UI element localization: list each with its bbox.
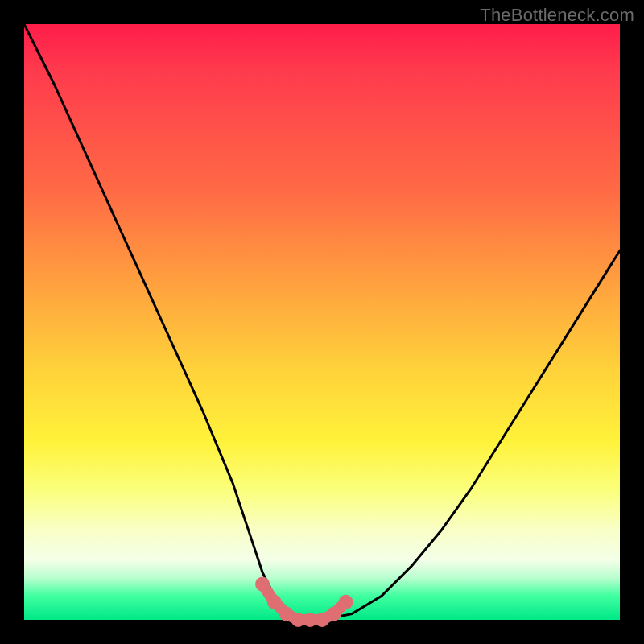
bottleneck-curve: [24, 24, 620, 620]
marker-dot: [339, 595, 353, 609]
watermark-text: TheBottleneck.com: [480, 5, 634, 26]
chart-frame: TheBottleneck.com: [0, 0, 644, 644]
marker-dot: [327, 607, 341, 621]
curve-svg: [24, 24, 620, 620]
gradient-plot-area: [24, 24, 620, 620]
marker-dot: [255, 577, 270, 592]
marker-dot: [267, 595, 282, 609]
